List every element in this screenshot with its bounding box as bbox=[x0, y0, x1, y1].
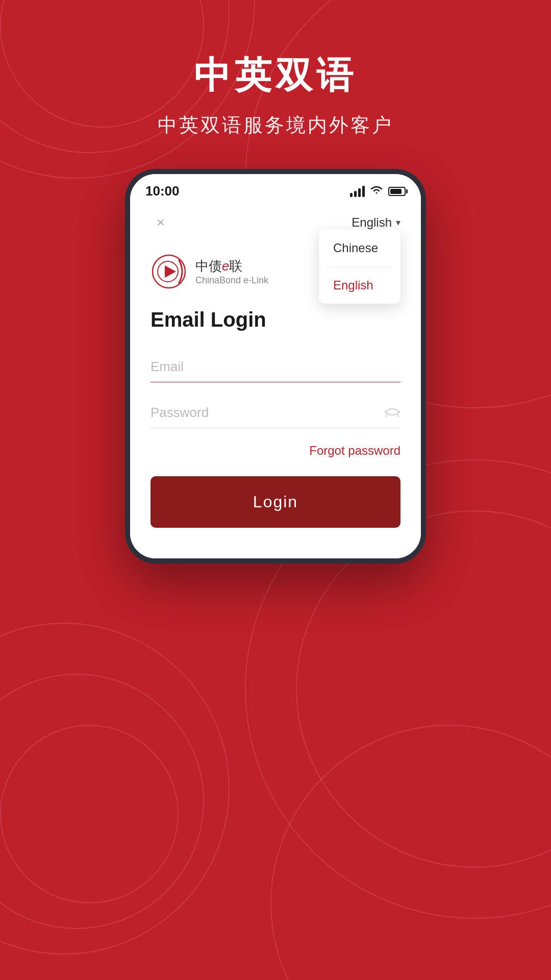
status-bar: 10:00 bbox=[130, 174, 421, 204]
phone-content: × English ▾ Chinese English bbox=[130, 204, 421, 558]
language-selector[interactable]: English ▾ Chinese English bbox=[352, 215, 400, 230]
logo-text: 中债e联 ChinaBond e-Link bbox=[195, 257, 268, 286]
language-dropdown: Chinese English bbox=[319, 230, 400, 304]
language-option-english[interactable]: English bbox=[319, 267, 400, 304]
login-button[interactable]: Login bbox=[151, 476, 400, 528]
status-icons bbox=[350, 185, 406, 198]
svg-line-4 bbox=[397, 415, 398, 416]
svg-line-3 bbox=[386, 415, 387, 416]
app-logo-icon bbox=[151, 253, 187, 290]
status-time: 10:00 bbox=[145, 183, 180, 199]
logo-chinese-name: 中债e联 bbox=[195, 257, 268, 275]
battery-icon bbox=[388, 187, 406, 196]
password-input[interactable] bbox=[151, 398, 400, 428]
wifi-icon bbox=[370, 185, 383, 198]
language-option-chinese[interactable]: Chinese bbox=[319, 230, 400, 266]
header-subtitle: 中英双语服务境内外客户 bbox=[158, 112, 393, 138]
svg-marker-2 bbox=[165, 265, 176, 278]
header-section: 中英双语 中英双语服务境内外客户 bbox=[158, 0, 393, 138]
phone-mockup: 10:00 bbox=[125, 169, 426, 564]
password-toggle-icon[interactable] bbox=[384, 406, 400, 420]
forgot-password-link[interactable]: Forgot password bbox=[309, 444, 400, 457]
current-language-label: English bbox=[352, 215, 392, 230]
signal-icon bbox=[350, 186, 365, 197]
login-title: Email Login bbox=[151, 308, 400, 331]
email-input[interactable] bbox=[151, 352, 400, 382]
chevron-down-icon: ▾ bbox=[396, 217, 400, 228]
forgot-password-section: Forgot password bbox=[151, 444, 400, 458]
header-title: 中英双语 bbox=[158, 51, 393, 100]
logo-english-name: ChinaBond e-Link bbox=[195, 275, 268, 286]
top-bar: × English ▾ Chinese English bbox=[151, 204, 400, 243]
close-button[interactable]: × bbox=[151, 212, 171, 233]
page: 中英双语 中英双语服务境内外客户 10:00 bbox=[0, 0, 551, 980]
password-input-wrapper bbox=[151, 398, 400, 428]
email-input-wrapper bbox=[151, 352, 400, 382]
